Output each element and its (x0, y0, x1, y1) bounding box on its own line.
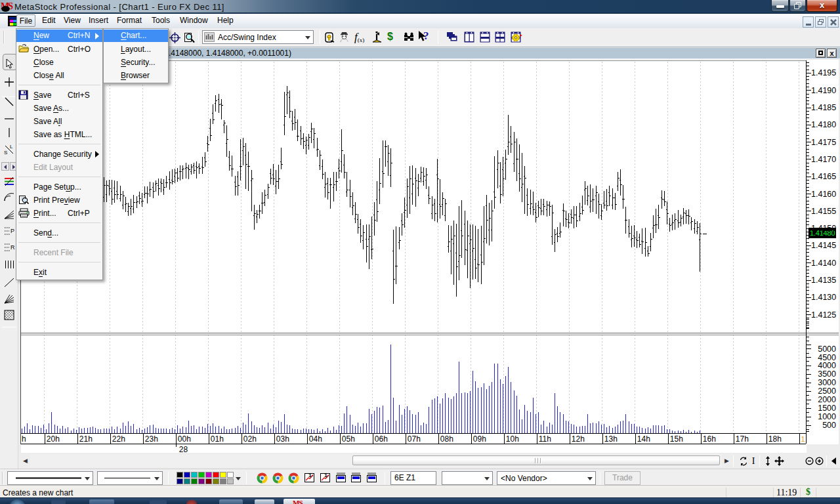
svg-text:03h: 03h (276, 434, 289, 444)
svg-text:05h: 05h (342, 434, 355, 444)
svg-text:09h: 09h (473, 434, 486, 444)
svg-text:2000: 2000 (818, 395, 836, 404)
svg-text:1.4160: 1.4160 (811, 190, 836, 199)
svg-text:1.4155: 1.4155 (811, 207, 836, 216)
svg-text:3000: 3000 (818, 378, 836, 387)
svg-text:12h: 12h (572, 434, 585, 444)
svg-text:14h: 14h (637, 434, 650, 444)
svg-text:1500: 1500 (818, 404, 836, 413)
svg-text:1.4170: 1.4170 (811, 155, 836, 164)
svg-text:1.4195: 1.4195 (811, 68, 836, 77)
svg-text:02h: 02h (243, 434, 257, 444)
svg-text:06h: 06h (375, 434, 388, 444)
svg-text:21h: 21h (79, 434, 93, 444)
svg-text:22h: 22h (112, 434, 125, 444)
svg-text:4000: 4000 (818, 361, 836, 370)
svg-text:01h: 01h (211, 434, 224, 444)
svg-text:10h: 10h (506, 434, 519, 444)
svg-text:08h: 08h (440, 434, 453, 444)
svg-text:5000: 5000 (818, 345, 836, 354)
svg-text:20h: 20h (47, 434, 60, 444)
svg-text:3500: 3500 (818, 369, 836, 379)
svg-text:28: 28 (179, 445, 188, 454)
svg-text:500: 500 (822, 421, 836, 430)
svg-text:1.4140: 1.4140 (811, 259, 836, 268)
svg-text:1.4130: 1.4130 (811, 293, 836, 302)
svg-text:1.4125: 1.4125 (811, 310, 836, 320)
svg-text:1: 1 (801, 435, 805, 443)
svg-text:13h: 13h (604, 434, 618, 444)
svg-text:18h: 18h (768, 434, 782, 444)
svg-text:1.4175: 1.4175 (811, 138, 836, 147)
svg-text:1.4165: 1.4165 (811, 172, 836, 181)
svg-text:4500: 4500 (818, 353, 836, 362)
svg-text:h: h (22, 434, 26, 444)
svg-text:1.4150: 1.4150 (811, 224, 836, 233)
svg-text:23h: 23h (145, 434, 158, 444)
svg-text:1.4185: 1.4185 (811, 103, 836, 112)
svg-text:15h: 15h (670, 434, 683, 444)
svg-text:16h: 16h (703, 434, 716, 444)
svg-text:1.4190: 1.4190 (811, 86, 836, 95)
svg-text:04h: 04h (309, 434, 322, 444)
svg-text:17h: 17h (736, 434, 749, 444)
svg-text:07h: 07h (408, 434, 421, 444)
svg-text:1.4180: 1.4180 (811, 120, 836, 129)
svg-text:1.4135: 1.4135 (811, 276, 836, 285)
svg-text:2500: 2500 (818, 387, 836, 396)
svg-text:00h: 00h (178, 434, 191, 444)
svg-text:11h: 11h (539, 434, 551, 444)
svg-text:1000: 1000 (818, 412, 836, 421)
svg-text:1.4145: 1.4145 (811, 241, 836, 250)
